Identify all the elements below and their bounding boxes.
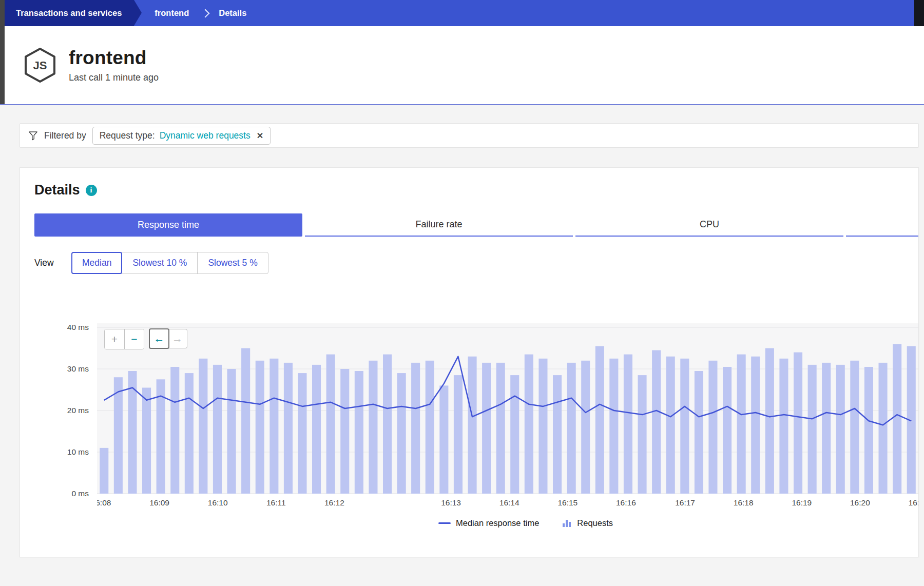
tab-failure-rate[interactable]: Failure rate [305,213,573,237]
svg-text:JS: JS [33,59,47,72]
tab-more-clipped[interactable] [846,213,918,237]
chart-zoom-controls: + − ← → [104,329,187,349]
breadcrumb-item-transactions-and-services[interactable]: Transactions and services [5,0,134,26]
requests-bar[interactable] [369,361,377,494]
requests-bar[interactable] [383,355,392,494]
requests-bar[interactable] [850,361,859,494]
requests-bar[interactable] [312,365,321,494]
requests-bar[interactable] [142,388,151,494]
plot-area[interactable]: + − ← → [97,323,918,494]
requests-bar[interactable] [723,367,732,494]
filter-bar: Filtered by Request type: Dynamic web re… [20,123,919,148]
requests-bar[interactable] [468,357,477,494]
y-tick-label: 20 ms [67,406,89,415]
requests-bar[interactable] [737,355,746,494]
view-selector-row: View Median Slowest 10 % Slowest 5 % [34,252,918,274]
requests-bar[interactable] [482,363,491,494]
requests-bar[interactable] [411,363,420,494]
x-tick-label: 16:15 [557,498,578,507]
requests-bar[interactable] [439,385,448,494]
tab-response-time[interactable]: Response time [34,213,302,237]
zoom-in-button[interactable]: + [105,329,124,349]
requests-bar[interactable] [199,359,207,494]
legend-requests[interactable]: Requests [563,518,613,528]
service-header: JS frontend Last call 1 minute ago [5,26,924,104]
requests-bar[interactable] [680,359,689,494]
requests-bar[interactable] [326,355,335,494]
requests-bar[interactable] [397,373,406,494]
chip-close-icon[interactable]: ✕ [257,131,263,141]
requests-bar[interactable] [567,363,576,494]
requests-bar[interactable] [227,369,236,494]
requests-bar[interactable] [355,371,363,494]
x-tick-label: 16:09 [149,498,169,507]
tab-cpu[interactable]: CPU [575,213,843,237]
pan-forward-button[interactable]: → [168,329,187,348]
legend-label: Requests [577,518,613,528]
view-option-median[interactable]: Median [71,252,122,274]
requests-bar[interactable] [298,373,306,494]
requests-bar[interactable] [538,359,547,494]
requests-bar[interactable] [114,377,123,494]
topbar-corner-dark [914,0,924,26]
requests-bar[interactable] [185,373,194,494]
median-response-line[interactable] [104,357,911,425]
view-option-slowest-5[interactable]: Slowest 5 % [197,252,268,274]
pan-back-button[interactable]: ← [149,328,169,349]
requests-bar[interactable] [581,361,590,494]
requests-bar[interactable] [765,348,774,494]
view-option-slowest-10[interactable]: Slowest 10 % [122,252,198,274]
requests-bar[interactable] [609,359,618,494]
breadcrumb-item-frontend[interactable]: frontend [155,8,189,18]
filter-chip-request-type[interactable]: Request type: Dynamic web requests ✕ [92,127,271,145]
requests-bar[interactable] [751,357,760,494]
requests-bar[interactable] [638,375,647,494]
x-tick-label: 16:08 [97,498,111,507]
requests-bar[interactable] [128,371,137,494]
requests-bar[interactable] [510,375,519,494]
requests-bar[interactable] [822,363,831,494]
zoom-out-button[interactable]: − [124,329,144,349]
x-axis: 16:0816:0916:1016:1116:1216:1316:1416:15… [97,494,918,512]
requests-bar[interactable] [340,369,349,494]
requests-bar[interactable] [652,350,661,494]
requests-bar[interactable] [595,346,604,494]
requests-bar[interactable] [624,355,632,494]
requests-bar[interactable] [666,357,675,494]
requests-bars-icon [563,519,572,527]
requests-bar[interactable] [100,448,108,494]
info-icon[interactable]: i [86,185,97,196]
breadcrumb-label: Transactions and services [16,8,122,18]
requests-bar[interactable] [808,365,817,494]
funnel-filter-icon [28,131,38,141]
requests-bar[interactable] [270,359,278,494]
requests-bar[interactable] [213,365,222,494]
requests-bar[interactable] [241,348,250,494]
requests-bar[interactable] [496,363,505,494]
legend-median-response-time[interactable]: Median response time [438,518,539,528]
requests-bar[interactable] [256,361,264,494]
requests-bar[interactable] [864,367,873,494]
view-segmented-control: Median Slowest 10 % Slowest 5 % [71,252,268,274]
requests-bar[interactable] [284,363,293,494]
x-tick-label: 16:10 [208,498,228,507]
breadcrumb-item-details[interactable]: Details [219,8,246,18]
chip-key: Request type: [100,130,155,141]
requests-bar[interactable] [779,359,788,494]
requests-bar[interactable] [708,361,717,494]
x-tick-label: 16:13 [441,498,461,507]
requests-bar[interactable] [695,371,703,494]
requests-bar[interactable] [553,375,562,494]
chart-canvas[interactable] [97,323,918,494]
requests-bar[interactable] [893,344,901,494]
requests-bar[interactable] [426,361,434,494]
details-heading: Details [34,182,80,198]
requests-bar[interactable] [836,365,845,494]
requests-bar[interactable] [525,355,533,494]
x-tick-label: 16:18 [734,498,754,507]
requests-bar[interactable] [879,363,888,494]
x-tick-label: 16:14 [499,498,519,507]
requests-bar[interactable] [170,367,179,494]
requests-bar[interactable] [794,353,802,494]
requests-bar[interactable] [454,375,463,494]
